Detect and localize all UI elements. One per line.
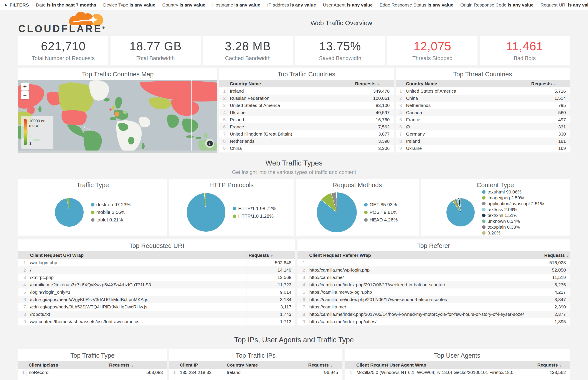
table-row[interactable]: 1/wp-login.php502,848 — [18, 259, 295, 266]
table-cell: Mozilla/5.0 (Windows NT 6.1; WOW64; rv:1… — [354, 369, 535, 376]
table-row[interactable]: 4Canada560 — [396, 109, 570, 116]
table-row[interactable]: 2China1,514 — [396, 95, 570, 102]
map-zoom-out-button[interactable]: − — [21, 91, 29, 99]
column-header[interactable]: Requests∨ — [246, 251, 295, 259]
panel-title: Top User Agents — [345, 349, 570, 361]
column-header[interactable]: Client Request URI Wrap — [28, 251, 246, 259]
filter-item[interactable]: Request URI is any value — [540, 2, 588, 8]
column-header[interactable]: Client IP — [178, 361, 224, 369]
legend-item[interactable]: GET 85.93% — [364, 202, 398, 208]
legend-item[interactable]: text/plain 0.33% — [482, 225, 544, 230]
table-cell: 100,061 — [353, 95, 394, 102]
table-row[interactable]: 1516,028 — [298, 259, 570, 266]
filters-toggle[interactable]: ▶ FILTERS — [5, 2, 29, 8]
column-header[interactable]: Country Name — [404, 80, 529, 87]
legend-item[interactable]: desktop 97.23% — [91, 202, 131, 208]
table-row[interactable]: 2http://camilia.me/wp-login.php52,050 — [298, 266, 570, 274]
column-header[interactable]: Country Name — [227, 80, 353, 87]
legend-item[interactable]: POST 9.81% — [364, 209, 398, 215]
legend-item[interactable]: text/css 2.06% — [482, 207, 544, 212]
table-row[interactable]: 10http://camilia.me/index.php/about/1,47… — [298, 325, 570, 326]
table-row[interactable]: 9http://camilia.me/index.php/cities/1,89… — [298, 318, 570, 325]
legend-item[interactable]: text/html 90.06% — [482, 189, 544, 194]
table-row[interactable]: 8http://camilia.me/index.php/2017/05/14/… — [298, 311, 570, 318]
legend-item[interactable]: text/xml 1.51% — [482, 213, 544, 218]
legend-item[interactable]: mobile 2.56% — [91, 209, 131, 215]
filter-item[interactable]: IP address is any value — [267, 2, 316, 8]
map-info-button[interactable]: i — [205, 139, 214, 148]
column-header[interactable]: Client Request Referer Wrap — [307, 251, 542, 259]
table-row[interactable]: 7https://camilia.me/2,390 — [298, 303, 570, 311]
legend-item[interactable]: unknown 0.34% — [482, 219, 544, 224]
table-row[interactable]: 4Ukraine40,597 — [219, 109, 394, 116]
table-row[interactable]: 3Netherlands795 — [396, 102, 570, 109]
legend-item[interactable]: HEAD 4.26% — [364, 217, 398, 223]
filter-item[interactable]: Edge Response Status is any value — [380, 2, 453, 8]
table-row[interactable]: 10/wp-content/themes/ashe/style.css?ver=… — [18, 325, 295, 326]
legend-item[interactable]: HTTP/1.1 98.72% — [233, 206, 276, 211]
legend-item[interactable]: application/javascript 2.51% — [482, 201, 544, 206]
filter-item[interactable]: Origin Response Code is any value — [460, 2, 533, 8]
column-header[interactable]: Requests∨ — [306, 361, 342, 369]
table-row[interactable]: 1185.234.218.33Ireland96,945 — [169, 369, 342, 376]
table-row[interactable]: 10Canada3,215 — [219, 152, 394, 153]
table-row[interactable]: 3http://camilia.me/11,519 — [298, 274, 570, 281]
legend-item[interactable]: tablet 0.21% — [91, 217, 131, 223]
table-row[interactable]: 5https://camilia.me/wp-login.php4,227 — [298, 288, 570, 296]
filter-item[interactable]: Hostname is any value — [212, 2, 260, 8]
table-row[interactable]: 5France497 — [396, 116, 570, 123]
table-row[interactable]: 1noRecord568,088 — [18, 369, 167, 376]
table-row[interactable]: 7Germany330 — [396, 130, 570, 137]
row-index: 6 — [298, 296, 307, 303]
column-header[interactable]: Requests∨ — [353, 80, 394, 87]
traffic-type-pie-chart[interactable] — [55, 198, 84, 227]
table-row[interactable]: 10Singapore159 — [396, 152, 570, 153]
column-header[interactable]: Client Ipclass — [26, 361, 107, 369]
table-row[interactable]: 1Mozilla/5.0 (Windows NT 6.1; WOW64; rv:… — [345, 369, 570, 376]
table-row[interactable]: 1United States of America5,716 — [396, 87, 570, 95]
legend-item[interactable]: image/jpeg 2.59% — [482, 195, 544, 200]
table-cell: 2,377 — [542, 311, 570, 318]
column-header[interactable]: Client Request User Agent Wrap — [354, 361, 535, 369]
table-row[interactable]: 9China3,306 — [219, 145, 394, 152]
filter-item[interactable]: Country is any value — [162, 2, 205, 8]
table-row[interactable]: 5/login/?login_only=19,014 — [18, 288, 295, 296]
table-row[interactable]: 8Netherlands3,398 — [219, 137, 394, 145]
table-row[interactable]: 3United States of America83,100 — [219, 102, 394, 109]
column-header[interactable]: Country Name — [224, 361, 306, 369]
table-row[interactable]: 2/14,149 — [18, 266, 295, 274]
table-row[interactable]: 7/cdn-cgi/apps/body/3Lh52SjWTQ4HRlErJykH… — [18, 303, 295, 311]
table-row[interactable]: 8/robots.txt1,743 — [18, 311, 295, 318]
table-row[interactable]: 5Poland16,760 — [219, 116, 394, 123]
filter-item[interactable]: Device Type is any value — [103, 2, 155, 8]
table-row[interactable]: 7United Kingdom (Great Britain)3,877 — [219, 130, 394, 137]
table-row[interactable]: 8Ireland181 — [396, 137, 570, 145]
table-cell: 795 — [529, 102, 570, 109]
column-header[interactable]: Requests∨ — [535, 361, 570, 369]
request-methods-pie-chart[interactable] — [317, 192, 357, 232]
table-row[interactable]: 4http://camilia.me/index.php/2017/06/17/… — [298, 281, 570, 288]
table-row[interactable]: 6/cdn-cgi/apps/head/xVgyKhR-vV3dAUGhMqfB… — [18, 296, 295, 303]
filter-item[interactable]: Date is in the past 7 months — [36, 2, 96, 8]
table-row[interactable]: 9Ukraine169 — [396, 145, 570, 152]
table-row[interactable]: 9/wp-content/themes/ashe/assets/css/font… — [18, 318, 295, 325]
table-row[interactable]: 4/camilia.me?token=s3+7k6XQvKwzp5/4XSs4r… — [18, 281, 295, 288]
table-row[interactable]: 6France7,562 — [219, 123, 394, 130]
filter-item[interactable]: User Agent is any value — [323, 2, 373, 8]
map-zoom-in-button[interactable]: + — [21, 82, 29, 91]
table-row[interactable]: 6https://camilia.me/index.php/2017/06/17… — [298, 296, 570, 303]
table-row[interactable]: 6∅331 — [396, 123, 570, 130]
column-header[interactable]: Requests∨ — [107, 361, 167, 369]
table-row[interactable]: 2Russian Federation100,061 — [219, 95, 394, 102]
legend-item[interactable]: 0.20% — [482, 230, 544, 236]
legend-item[interactable]: HTTP/1.0 1.28% — [233, 213, 276, 219]
legend-dot-icon — [482, 190, 486, 194]
column-header[interactable]: Requests∨ — [542, 251, 570, 259]
row-index: 1 — [345, 369, 354, 376]
http-protocols-pie-chart[interactable] — [187, 193, 225, 232]
table-row[interactable]: 1Ireland349,478 — [219, 87, 394, 95]
world-map[interactable]: + − 10000 or more 1 i — [18, 80, 217, 153]
table-row[interactable]: 3/xmlrpc.php13,568 — [18, 274, 295, 281]
content-type-pie-chart[interactable] — [446, 198, 475, 227]
column-header[interactable]: Requests∨ — [529, 80, 570, 87]
